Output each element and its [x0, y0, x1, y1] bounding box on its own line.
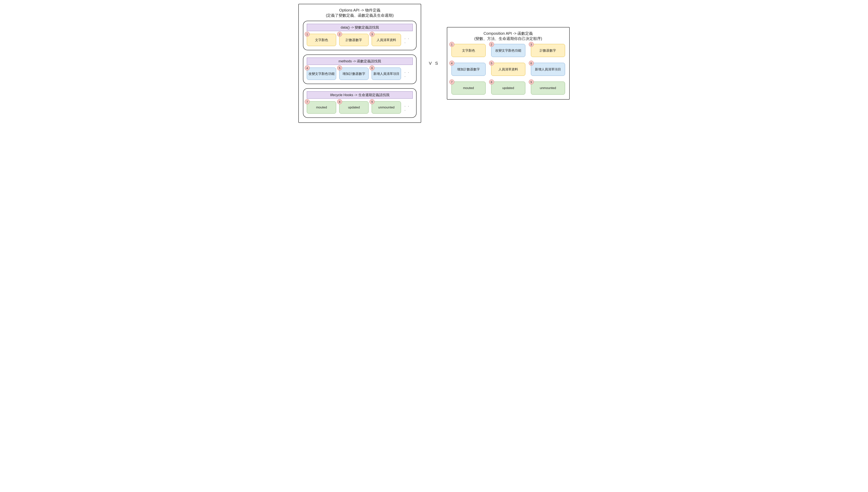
- options-api-panel: Options API -> 物件定義 (定義了變數定義、函數定義及生命週期) …: [298, 4, 421, 123]
- composition-item: 3 計數器數字: [531, 44, 565, 57]
- data-item: 2 計數器數字: [339, 34, 369, 46]
- item-label: 計數器數字: [346, 38, 362, 42]
- composition-row: 1 文字顏色 2 改變文字顏色功能 3 計數器數字: [451, 44, 565, 57]
- item-badge: 9: [529, 79, 534, 84]
- data-section-header: data() -> 變數定義請找我: [307, 24, 413, 31]
- lifecycle-section-header: lifecycle Hooks -> 生命週期定義請找我: [307, 91, 413, 99]
- item-badge: 2: [489, 42, 494, 47]
- composition-item: 1 文字顏色: [451, 44, 486, 57]
- composition-item: 4 增加計數器數字: [451, 63, 486, 76]
- composition-api-title-line2: (變數、方法、生命週期你自己決定順序): [451, 36, 565, 41]
- vs-separator: V S: [429, 61, 439, 66]
- data-items-row: 1 文字顏色 2 計數器數字 3 人員清單資料 . . .: [307, 34, 413, 46]
- composition-api-title: Composition API -> 函數定義 (變數、方法、生命週期你自己決定…: [451, 31, 565, 41]
- item-label: 文字顏色: [315, 38, 328, 42]
- composition-item: 7 mouted: [451, 81, 486, 95]
- methods-item: 4 改變文字顏色功能: [307, 68, 336, 80]
- item-label: 人員清單資料: [377, 38, 396, 42]
- ellipsis-icon: . . .: [404, 70, 413, 78]
- item-badge: 4: [305, 66, 310, 70]
- options-api-title-line2: (定義了變數定義、函數定義及生命週期): [303, 13, 417, 18]
- data-item: 1 文字顏色: [307, 34, 336, 46]
- item-badge: 3: [529, 42, 534, 47]
- composition-api-panel: Composition API -> 函數定義 (變數、方法、生命週期你自己決定…: [447, 27, 570, 100]
- item-label: mouted: [316, 105, 327, 109]
- item-badge: 8: [337, 99, 342, 104]
- item-badge: 1: [305, 32, 310, 36]
- item-badge: 3: [370, 32, 374, 36]
- item-badge: 7: [305, 99, 310, 104]
- composition-item: 2 改變文字顏色功能: [491, 44, 525, 57]
- item-label: 計數器數字: [540, 48, 556, 53]
- composition-item: 5 人員清單資料: [491, 63, 525, 76]
- item-badge: 2: [337, 32, 342, 36]
- item-label: 人員清單資料: [498, 67, 518, 72]
- item-badge: 6: [529, 60, 534, 66]
- methods-section-header: methods -> 函數定義請找我: [307, 57, 413, 65]
- item-badge: 5: [489, 60, 494, 66]
- item-badge: 5: [337, 66, 342, 70]
- data-item: 3 人員清單資料: [372, 34, 401, 46]
- options-api-title-line1: Options API -> 物件定義: [339, 8, 380, 12]
- methods-item: 6 新增人員清單項目: [372, 68, 401, 80]
- lifecycle-item: 7 mouted: [307, 101, 336, 114]
- lifecycle-items-row: 7 mouted 8 updated 9 unmounted . . .: [307, 101, 413, 114]
- ellipsis-icon: . . .: [404, 36, 413, 44]
- item-label: 增加計數器數字: [457, 67, 480, 72]
- composition-item: 6 新增人員清單項目: [531, 63, 565, 76]
- item-label: 改變文字顏色功能: [495, 48, 521, 53]
- composition-api-title-line1: Composition API -> 函數定義: [483, 31, 533, 35]
- item-badge: 9: [370, 99, 374, 104]
- options-api-title: Options API -> 物件定義 (定義了變數定義、函數定義及生命週期): [303, 8, 417, 18]
- methods-section: methods -> 函數定義請找我 4 改變文字顏色功能 5 增加計數器數字 …: [303, 54, 417, 84]
- item-label: 新增人員清單項目: [373, 72, 399, 76]
- item-badge: 6: [370, 66, 374, 70]
- methods-items-row: 4 改變文字顏色功能 5 增加計數器數字 6 新增人員清單項目 . . .: [307, 68, 413, 80]
- item-badge: 1: [449, 42, 454, 47]
- composition-item: 9 unmounted: [531, 81, 565, 95]
- data-section: data() -> 變數定義請找我 1 文字顏色 2 計數器數字 3 人員清單資…: [303, 21, 417, 50]
- lifecycle-item: 9 unmounted: [372, 101, 401, 114]
- item-label: 文字顏色: [462, 48, 475, 53]
- composition-row: 4 增加計數器數字 5 人員清單資料 6 新增人員清單項目: [451, 63, 565, 76]
- ellipsis-icon: . . .: [404, 103, 413, 112]
- item-badge: 4: [449, 60, 454, 66]
- item-label: unmounted: [540, 86, 556, 90]
- item-label: 增加計數器數字: [343, 72, 365, 76]
- lifecycle-item: 8 updated: [339, 101, 369, 114]
- item-label: unmounted: [378, 105, 395, 109]
- methods-item: 5 增加計數器數字: [339, 68, 369, 80]
- composition-item: 8 updated: [491, 81, 525, 95]
- composition-row: 7 mouted 8 updated 9 unmounted: [451, 81, 565, 95]
- item-label: mouted: [463, 86, 474, 90]
- lifecycle-section: lifecycle Hooks -> 生命週期定義請找我 7 mouted 8 …: [303, 88, 417, 118]
- item-badge: 7: [449, 79, 454, 84]
- item-label: 新增人員清單項目: [535, 67, 561, 72]
- item-label: 改變文字顏色功能: [308, 72, 334, 76]
- item-label: updated: [348, 105, 360, 109]
- diagram-canvas: Options API -> 物件定義 (定義了變數定義、函數定義及生命週期) …: [4, 4, 864, 123]
- item-label: updated: [502, 86, 514, 90]
- item-badge: 8: [489, 79, 494, 84]
